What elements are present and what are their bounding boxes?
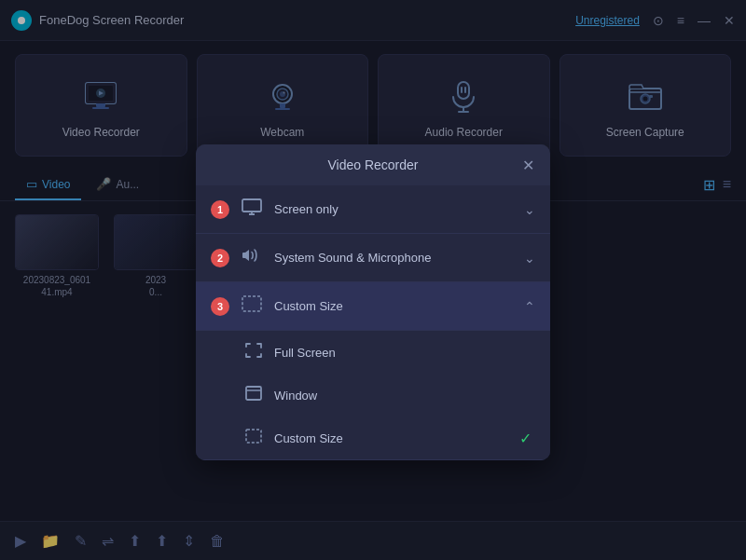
- sound-icon: [241, 247, 263, 268]
- modal-header: Video Recorder ✕: [196, 144, 550, 185]
- modal-close-button[interactable]: ✕: [518, 156, 537, 174]
- sub-option-full-screen-label: Full Screen: [274, 346, 532, 360]
- svg-rect-22: [242, 199, 261, 212]
- sub-option-full-screen[interactable]: Full Screen: [196, 331, 550, 374]
- option-system-sound-label: System Sound & Microphone: [274, 251, 513, 265]
- option-custom-size[interactable]: 3 Custom Size ⌃: [196, 282, 550, 331]
- svg-rect-27: [246, 387, 261, 400]
- window-icon: [244, 386, 263, 404]
- option-screen-only-label: Screen only: [274, 202, 513, 216]
- sub-options: Full Screen Window Custom Size ✓: [196, 331, 550, 460]
- custom-size-icon: [241, 295, 263, 317]
- option-system-sound[interactable]: 2 System Sound & Microphone ⌄: [196, 234, 550, 282]
- svg-rect-26: [242, 296, 261, 311]
- svg-rect-29: [246, 430, 261, 443]
- sub-option-window-label: Window: [274, 389, 532, 403]
- custom-size-sub-icon: [244, 429, 263, 447]
- option-custom-size-chevron: ⌃: [524, 299, 535, 314]
- sub-option-custom-size-label: Custom Size: [274, 431, 508, 445]
- screen-icon: [241, 198, 263, 220]
- modal-title: Video Recorder: [327, 157, 418, 172]
- option-screen-only[interactable]: 1 Screen only ⌄: [196, 185, 550, 234]
- step-2-badge: 2: [211, 249, 229, 267]
- sub-option-window[interactable]: Window: [196, 374, 550, 417]
- sub-option-custom-size[interactable]: Custom Size ✓: [196, 417, 550, 459]
- option-custom-size-label: Custom Size: [274, 299, 513, 313]
- step-1-badge: 1: [211, 200, 229, 219]
- checkmark-icon: ✓: [519, 430, 532, 447]
- option-system-sound-chevron: ⌄: [524, 251, 535, 266]
- video-recorder-modal: Video Recorder ✕ 1 Screen only ⌄ 2 Syste…: [196, 144, 550, 460]
- option-screen-only-chevron: ⌄: [524, 202, 535, 217]
- step-3-badge: 3: [211, 297, 229, 316]
- full-screen-icon: [244, 343, 263, 362]
